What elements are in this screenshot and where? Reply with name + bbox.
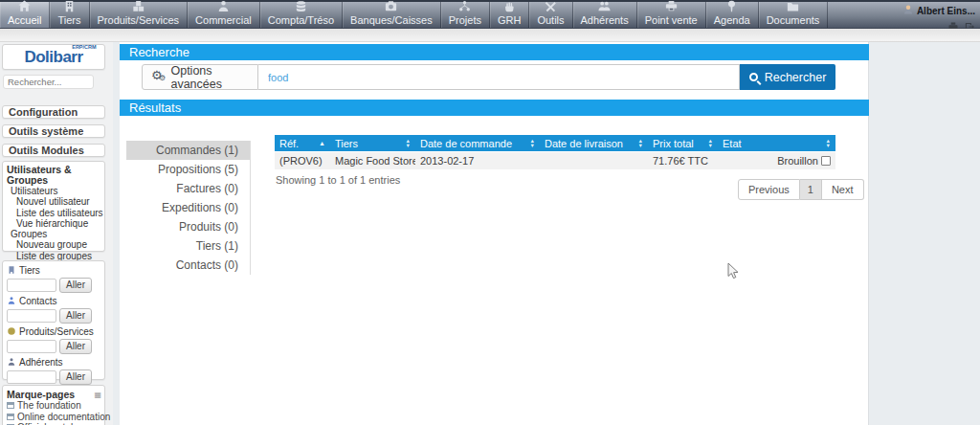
tab-label: GRH bbox=[498, 14, 521, 26]
tab-label: Accueil bbox=[8, 14, 41, 26]
quick-search-adherents-input[interactable] bbox=[7, 370, 56, 384]
cell-ref[interactable]: (PROV6) bbox=[275, 155, 330, 167]
quick-search-tiers-label: Tiers bbox=[7, 265, 100, 276]
rechercher-button[interactable]: Rechercher bbox=[740, 64, 835, 90]
quick-search-tiers-input[interactable] bbox=[7, 279, 56, 292]
quick-search-box: Tiers Aller Contacts Aller Produits/Serv… bbox=[2, 260, 105, 380]
tab-commercial[interactable]: Commercial bbox=[188, 2, 260, 28]
tab-produits-services[interactable]: Produits/Services bbox=[90, 2, 189, 28]
sidebar-search-input[interactable] bbox=[3, 75, 94, 89]
logged-user[interactable]: Albert Eins... bbox=[902, 4, 975, 17]
quick-search-adherents-go-button[interactable]: Aller bbox=[59, 369, 92, 385]
column-prix-total[interactable]: Prix total▲▼ bbox=[648, 135, 718, 151]
search-form: ⚙⚙ Options avancées Rechercher bbox=[142, 64, 835, 90]
result-categories: Commandes (1) Propositions (5) Factures … bbox=[126, 141, 251, 275]
tab-projets[interactable]: Projets bbox=[441, 2, 490, 28]
sort-icon[interactable]: ▲▼ bbox=[826, 139, 831, 147]
home-icon bbox=[17, 0, 32, 13]
tab-documents[interactable]: Documents bbox=[759, 2, 829, 28]
next-page-button[interactable]: Next bbox=[822, 179, 864, 200]
column-ref[interactable]: Réf.▲ bbox=[275, 135, 330, 151]
quick-search-produits-input[interactable] bbox=[7, 340, 56, 353]
tab-banques-caisses[interactable]: Banques/Caisses bbox=[343, 2, 441, 28]
tab-label: Documents bbox=[767, 14, 820, 26]
bookmarks-edit-icon[interactable]: ▦ bbox=[94, 391, 101, 399]
bookmark-the-foundation[interactable]: The foundation bbox=[7, 400, 101, 412]
tab-outils[interactable]: Outils bbox=[529, 2, 572, 28]
category-produits[interactable]: Produits (0) bbox=[126, 217, 250, 236]
contact-icon bbox=[7, 296, 16, 307]
sort-asc-icon[interactable]: ▲ bbox=[319, 140, 325, 146]
member-icon bbox=[7, 357, 16, 369]
org-chart-icon bbox=[457, 0, 472, 13]
search-icon bbox=[749, 73, 758, 81]
quick-search-contacts-input[interactable] bbox=[7, 309, 56, 323]
sidebar-item-outils-modules[interactable]: Outils Modules bbox=[2, 144, 105, 157]
sidebar-item-outils-systeme[interactable]: Outils système bbox=[2, 124, 105, 138]
sort-icon[interactable]: ▲▼ bbox=[638, 139, 643, 147]
category-propositions[interactable]: Propositions (5) bbox=[126, 160, 250, 179]
tab-point-vente[interactable]: Point vente bbox=[637, 2, 706, 28]
category-factures[interactable]: Factures (0) bbox=[126, 179, 250, 198]
row-checkbox[interactable] bbox=[821, 156, 831, 166]
column-tiers[interactable]: Tiers▲▼ bbox=[330, 135, 415, 151]
tab-tiers[interactable]: Tiers bbox=[50, 2, 89, 28]
column-date-livraison[interactable]: Date de livraison▲▼ bbox=[540, 135, 648, 151]
avatar-icon bbox=[902, 4, 914, 17]
bookmarks-box: Marque-pages ▦ The foundation Online doc… bbox=[2, 385, 105, 425]
category-contacts[interactable]: Contacts (0) bbox=[126, 256, 250, 275]
pagination: Previous 1 Next bbox=[738, 179, 864, 200]
search-query-input[interactable] bbox=[258, 64, 740, 90]
sidebar-item-nouveau-groupe[interactable]: Nouveau groupe bbox=[7, 239, 102, 250]
users-groups-box: Utilisateurs & Groupes Utilisateurs Nouv… bbox=[2, 161, 105, 252]
product-icon bbox=[7, 326, 16, 338]
tab-compta-treso[interactable]: Compta/Tréso bbox=[260, 2, 343, 28]
bookmark-icon bbox=[7, 414, 14, 420]
bookmark-icon bbox=[7, 402, 14, 409]
category-expeditions[interactable]: Expeditions (0) bbox=[126, 198, 250, 217]
quick-search-produits-go-button[interactable]: Aller bbox=[59, 339, 92, 354]
table-header: Réf.▲ Tiers▲▼ Date de commande▲▼ Date de… bbox=[275, 135, 835, 151]
advanced-options-button[interactable]: ⚙⚙ Options avancées bbox=[142, 64, 258, 90]
tab-label: Tiers bbox=[57, 14, 80, 26]
category-commandes[interactable]: Commandes (1) bbox=[126, 141, 250, 160]
cell-prix-total: 71.76€ TTC bbox=[648, 155, 718, 167]
mouse-cursor bbox=[727, 262, 741, 281]
user-name: Albert Eins... bbox=[917, 6, 975, 16]
column-etat[interactable]: Etat▲▼ bbox=[718, 135, 835, 151]
users-groups-title[interactable]: Utilisateurs & Groupes bbox=[7, 165, 102, 186]
top-menu-tabs: Accueil Tiers Produits/Services Commerci… bbox=[0, 2, 980, 28]
sort-icon[interactable]: ▲▼ bbox=[406, 139, 411, 147]
page-1-button[interactable]: 1 bbox=[800, 179, 822, 200]
sidebar-item-nouvel-utilisateur[interactable]: Nouvel utilisateur bbox=[7, 196, 102, 207]
dolibarr-logo[interactable]: DolibarrERP/CRM bbox=[2, 44, 105, 70]
quick-search-produits-label: Produits/Services bbox=[7, 326, 100, 337]
tab-accueil[interactable]: Accueil bbox=[0, 2, 50, 28]
sidebar-item-configuration[interactable]: Configuration bbox=[2, 105, 105, 119]
sort-icon[interactable]: ▲▼ bbox=[530, 139, 535, 147]
tab-label: Agenda bbox=[714, 14, 750, 26]
tab-label: Point vente bbox=[645, 14, 698, 26]
rechercher-label: Rechercher bbox=[765, 71, 827, 84]
sidebar-item-groupes[interactable]: Groupes bbox=[7, 229, 102, 239]
left-sidebar: DolibarrERP/CRM Configuration Outils sys… bbox=[0, 42, 113, 425]
sidebar-item-utilisateurs[interactable]: Utilisateurs bbox=[7, 186, 102, 196]
sidebar-item-liste-utilisateurs[interactable]: Liste des utilisateurs bbox=[7, 208, 102, 218]
pos-printer-icon bbox=[664, 0, 679, 13]
tab-agenda[interactable]: Agenda bbox=[706, 2, 759, 28]
tab-adherents[interactable]: Adhérents bbox=[573, 2, 637, 28]
building-icon bbox=[7, 265, 16, 277]
quick-search-tiers-go-button[interactable]: Aller bbox=[59, 278, 92, 293]
tab-label: Banques/Caisses bbox=[350, 14, 433, 26]
tab-label: Adhérents bbox=[581, 14, 629, 26]
products-icon bbox=[131, 0, 145, 13]
quick-search-contacts-go-button[interactable]: Aller bbox=[59, 308, 92, 324]
previous-page-button[interactable]: Previous bbox=[738, 179, 800, 200]
bookmark-online-documentation[interactable]: Online documentation bbox=[7, 412, 101, 423]
tab-grh[interactable]: GRH bbox=[490, 2, 529, 28]
sidebar-item-vue-hierarchique[interactable]: Vue hiérarchique bbox=[7, 218, 102, 229]
column-date-commande[interactable]: Date de commande▲▼ bbox=[415, 135, 540, 151]
sort-icon[interactable]: ▲▼ bbox=[708, 139, 713, 147]
category-tiers[interactable]: Tiers (1) bbox=[126, 236, 250, 256]
building-icon bbox=[62, 0, 77, 13]
